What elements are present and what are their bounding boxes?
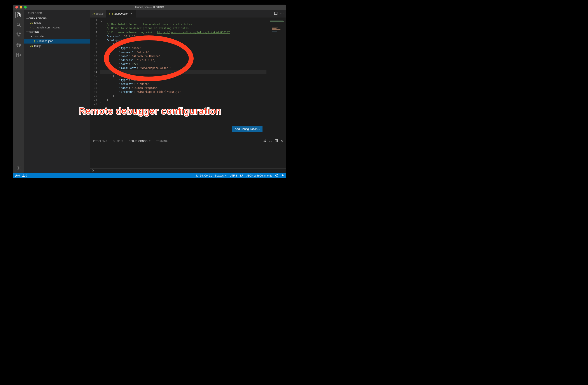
feedback-icon[interactable] [275, 174, 278, 178]
open-editors-section[interactable]: ▾ OPEN EDITORS [24, 16, 90, 20]
file-name: test.js [34, 44, 41, 47]
filter-icon[interactable] [263, 139, 266, 143]
svg-rect-30 [272, 34, 282, 34]
chevron-down-icon: ▾ [30, 35, 33, 37]
titlebar: launch.json — TESTING [13, 5, 286, 10]
minimize-window-button[interactable] [20, 6, 22, 9]
svg-point-46 [277, 175, 277, 175]
panel-tabs: PROBLEMS OUTPUT DEBUG CONSOLE TERMINAL ︿… [90, 137, 286, 145]
more-actions-icon[interactable]: ··· [280, 12, 284, 15]
svg-rect-22 [272, 26, 278, 26]
chevron-down-icon: ▾ [25, 17, 28, 20]
svg-line-3 [19, 25, 21, 27]
minimap[interactable] [266, 18, 286, 137]
maximize-window-button[interactable] [24, 6, 27, 9]
file-name: launch.json [39, 40, 53, 43]
svg-rect-11 [17, 55, 18, 57]
svg-rect-24 [272, 28, 278, 28]
editor-actions: ··· [274, 10, 286, 18]
explorer-sidebar: EXPLORER ▾ OPEN EDITORS JS test.js { } l… [24, 10, 90, 173]
file-name: test.js [34, 21, 41, 24]
warnings-status[interactable]: 0 [22, 174, 27, 177]
editor-area: JS test.js { } launch.json × ··· 12345 [90, 10, 286, 173]
sidebar-title: EXPLORER [24, 10, 90, 16]
panel-tab-terminal[interactable]: TERMINAL [156, 140, 169, 142]
svg-rect-25 [272, 28, 276, 29]
workspace-section[interactable]: ▾ TESTING [24, 30, 90, 34]
maximize-panel-icon[interactable] [275, 139, 278, 143]
indentation-status[interactable]: Spaces: 4 [215, 174, 227, 177]
svg-point-5 [20, 33, 21, 34]
folder-name: .vscode [34, 35, 43, 38]
debug-console-output [90, 145, 286, 169]
file-name: launch.json [36, 26, 50, 29]
code-content[interactable]: { // Use IntelliSense to learn about pos… [100, 18, 266, 137]
svg-rect-17 [270, 21, 283, 21]
svg-rect-16 [270, 20, 282, 20]
open-editor-item[interactable]: { } launch.json .vscode [24, 25, 90, 30]
cursor-position[interactable]: Ln 14, Col 11 [196, 174, 212, 177]
window-controls [15, 6, 27, 9]
notifications-icon[interactable] [281, 174, 284, 178]
collapse-panel-icon[interactable]: ︿ [269, 139, 272, 143]
open-editor-item[interactable]: JS test.js [24, 20, 90, 25]
status-bar: 0 0 Ln 14, Col 11 Spaces: 4 UTF-8 LF JSO… [13, 173, 286, 178]
eol-status[interactable]: LF [240, 174, 243, 177]
svg-rect-23 [272, 27, 279, 27]
source-control-icon[interactable] [16, 32, 22, 38]
close-tab-button[interactable]: × [130, 12, 133, 15]
file-path: .vscode [52, 26, 60, 29]
explorer-icon[interactable] [16, 12, 22, 18]
extensions-icon[interactable] [16, 52, 22, 58]
svg-rect-12 [19, 54, 21, 56]
js-file-icon: JS [92, 12, 95, 15]
file-item-launch-json[interactable]: { } launch.json [24, 39, 90, 43]
panel-tab-debug-console[interactable]: DEBUG CONSOLE [128, 140, 151, 144]
open-editors-label: OPEN EDITORS [28, 17, 47, 20]
panel-tab-output[interactable]: OUTPUT [112, 140, 124, 142]
vscode-window: launch.json — TESTING [13, 5, 286, 178]
prompt-icon: ❯ [92, 169, 94, 172]
window-title: launch.json — TESTING [13, 6, 286, 9]
json-file-icon: { } [34, 40, 38, 43]
split-editor-icon[interactable] [274, 12, 278, 16]
svg-point-6 [18, 36, 19, 37]
search-icon[interactable] [16, 22, 22, 28]
svg-point-45 [276, 175, 276, 175]
errors-status[interactable]: 0 [15, 174, 20, 177]
tab-test-js[interactable]: JS test.js [90, 10, 106, 18]
svg-point-4 [17, 33, 18, 34]
close-panel-icon[interactable]: ✕ [280, 139, 283, 143]
editor-tabs: JS test.js { } launch.json × ··· [90, 10, 286, 18]
debug-console-input[interactable]: ❯ [90, 169, 286, 173]
language-mode[interactable]: JSON with Comments [246, 174, 272, 177]
tab-launch-json[interactable]: { } launch.json × [106, 10, 136, 18]
json-file-icon: { } [109, 12, 113, 15]
svg-point-2 [17, 23, 20, 26]
panel-tab-problems[interactable]: PROBLEMS [93, 140, 108, 142]
svg-rect-18 [270, 21, 284, 22]
svg-rect-1 [18, 14, 20, 17]
svg-rect-19 [270, 23, 276, 23]
line-numbers: 12345678910111213141516171819202122 [90, 18, 100, 137]
svg-rect-28 [272, 32, 278, 32]
code-editor[interactable]: 12345678910111213141516171819202122 { //… [90, 18, 286, 137]
close-window-button[interactable] [15, 6, 18, 9]
tab-label: launch.json [115, 12, 128, 15]
add-configuration-button[interactable]: Add Configuration... [232, 126, 262, 132]
debug-icon[interactable] [16, 42, 22, 48]
svg-point-43 [23, 176, 24, 176]
svg-rect-0 [17, 13, 20, 16]
file-item-test-js[interactable]: JS test.js [24, 43, 90, 48]
tab-label: test.js [96, 12, 104, 15]
svg-rect-20 [270, 24, 278, 24]
svg-point-44 [276, 174, 278, 176]
js-file-icon: JS [30, 22, 33, 24]
activity-bar [13, 10, 24, 173]
encoding-status[interactable]: UTF-8 [230, 174, 237, 177]
settings-gear-icon[interactable] [16, 165, 22, 171]
svg-rect-21 [272, 25, 277, 25]
folder-item[interactable]: ▾ .vscode [24, 34, 90, 39]
bottom-panel: PROBLEMS OUTPUT DEBUG CONSOLE TERMINAL ︿… [90, 137, 286, 173]
chevron-down-icon: ▾ [25, 31, 28, 33]
